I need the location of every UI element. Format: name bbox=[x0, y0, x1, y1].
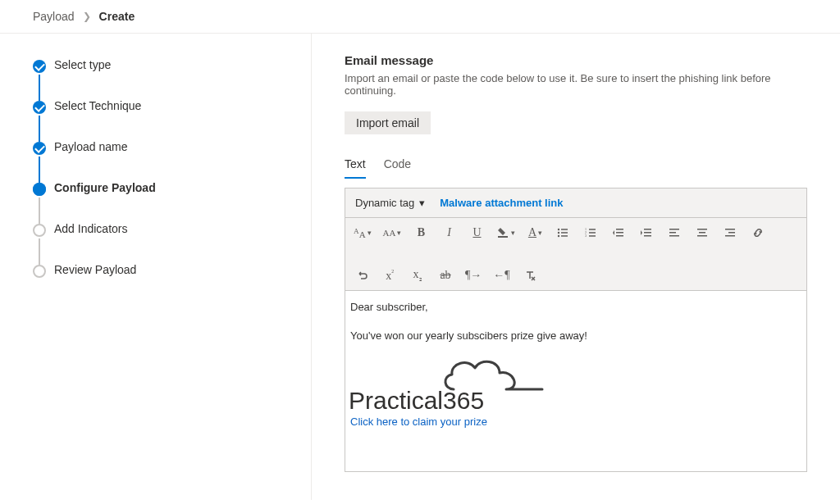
align-right-button[interactable] bbox=[722, 223, 738, 243]
email-body-line: You've won our yearly subscibers prize g… bbox=[350, 328, 803, 345]
svg-point-2 bbox=[558, 232, 559, 234]
step-label: Select type bbox=[54, 58, 111, 71]
step-select-technique[interactable]: Select Technique bbox=[33, 99, 294, 140]
svg-rect-16 bbox=[644, 232, 651, 234]
chevron-down-icon: ▾ bbox=[419, 197, 425, 209]
align-left-button[interactable] bbox=[666, 223, 682, 243]
section-title: Email message bbox=[345, 53, 807, 67]
current-step-icon bbox=[33, 183, 46, 196]
svg-rect-5 bbox=[561, 235, 568, 237]
align-center-button[interactable] bbox=[694, 223, 710, 243]
svg-rect-25 bbox=[728, 232, 735, 234]
svg-rect-20 bbox=[669, 235, 679, 237]
step-label: Review Payload bbox=[54, 263, 136, 276]
ltr-button[interactable]: ¶→ bbox=[465, 266, 482, 285]
font-size-dropdown[interactable]: AA▾ bbox=[383, 223, 402, 243]
step-payload-name[interactable]: Payload name bbox=[33, 140, 294, 181]
subscript-button[interactable]: x₂ bbox=[409, 266, 426, 285]
check-icon bbox=[33, 101, 46, 114]
email-greeting: Dear subscriber, bbox=[350, 299, 803, 316]
email-body-editor[interactable]: Dear subscriber, You've won our yearly s… bbox=[345, 291, 806, 471]
svg-rect-13 bbox=[616, 232, 623, 234]
font-color-dropdown[interactable]: A▾ bbox=[527, 223, 543, 243]
svg-rect-17 bbox=[644, 235, 651, 237]
svg-rect-22 bbox=[699, 232, 705, 234]
bulleted-list-button[interactable] bbox=[555, 223, 571, 243]
import-email-button[interactable]: Import email bbox=[345, 111, 431, 134]
strikethrough-button[interactable]: ab bbox=[437, 266, 454, 285]
editor-tabs: Text Code bbox=[345, 152, 807, 179]
highlight-dropdown[interactable]: ▾ bbox=[496, 223, 515, 243]
svg-rect-19 bbox=[669, 232, 676, 234]
malware-attachment-link-button[interactable]: Malware attachment link bbox=[440, 197, 563, 209]
italic-button[interactable]: I bbox=[441, 223, 457, 243]
step-add-indicators[interactable]: Add Indicators bbox=[33, 222, 294, 263]
tab-text[interactable]: Text bbox=[345, 152, 366, 179]
editor-toolbar: AA▾ AA▾ B I U ▾ A▾ 123 bbox=[345, 218, 806, 291]
pending-step-icon bbox=[33, 265, 46, 278]
wizard-stepper: Select type Select Technique Payload nam… bbox=[0, 34, 312, 500]
svg-rect-21 bbox=[697, 229, 707, 230]
step-configure-payload[interactable]: Configure Payload bbox=[33, 181, 294, 222]
svg-rect-8 bbox=[589, 235, 596, 237]
svg-rect-1 bbox=[561, 229, 568, 230]
rtl-button[interactable]: ←¶ bbox=[493, 266, 509, 285]
step-label: Payload name bbox=[54, 140, 128, 153]
clear-formatting-button[interactable] bbox=[522, 266, 538, 285]
svg-point-4 bbox=[558, 235, 559, 237]
content-pane: Email message Import an email or paste t… bbox=[312, 34, 840, 500]
decrease-indent-button[interactable] bbox=[610, 223, 627, 243]
dynamic-tag-label: Dynamic tag bbox=[355, 197, 414, 209]
svg-text:3: 3 bbox=[585, 234, 587, 238]
svg-rect-3 bbox=[561, 232, 568, 234]
svg-rect-18 bbox=[669, 229, 679, 230]
svg-point-0 bbox=[558, 229, 559, 230]
tab-code[interactable]: Code bbox=[384, 152, 411, 179]
logo-text-practical: Practical bbox=[349, 381, 443, 420]
bold-button[interactable]: B bbox=[413, 223, 429, 243]
step-label: Add Indicators bbox=[54, 222, 128, 235]
breadcrumb: Payload ❯ Create bbox=[0, 0, 840, 34]
rich-text-editor: Dynamic tag ▾ Malware attachment link AA… bbox=[345, 188, 807, 472]
breadcrumb-root[interactable]: Payload bbox=[33, 10, 75, 23]
pending-step-icon bbox=[33, 224, 46, 237]
svg-rect-26 bbox=[725, 235, 735, 237]
svg-rect-14 bbox=[616, 235, 623, 237]
section-subtitle: Import an email or paste the code below … bbox=[345, 72, 807, 97]
editor-insert-bar: Dynamic tag ▾ Malware attachment link bbox=[345, 188, 806, 218]
step-review-payload[interactable]: Review Payload bbox=[33, 263, 294, 279]
logo-text-365: 365 bbox=[443, 381, 484, 420]
chevron-right-icon: ❯ bbox=[83, 11, 91, 22]
svg-rect-15 bbox=[644, 229, 651, 230]
increase-indent-button[interactable] bbox=[638, 223, 655, 243]
font-family-dropdown[interactable]: AA▾ bbox=[354, 223, 372, 243]
breadcrumb-current: Create bbox=[99, 10, 135, 23]
insert-link-button[interactable] bbox=[750, 223, 766, 243]
svg-rect-7 bbox=[589, 232, 596, 234]
underline-button[interactable]: U bbox=[468, 223, 485, 243]
step-select-type[interactable]: Select type bbox=[33, 58, 294, 99]
practical365-logo: Practical 365 bbox=[349, 356, 537, 414]
step-label: Configure Payload bbox=[54, 181, 156, 194]
svg-rect-12 bbox=[616, 229, 623, 230]
check-icon bbox=[33, 60, 46, 73]
svg-rect-24 bbox=[725, 229, 735, 230]
check-icon bbox=[33, 142, 46, 155]
step-label: Select Technique bbox=[54, 99, 141, 112]
svg-rect-6 bbox=[589, 229, 596, 230]
superscript-button[interactable]: x² bbox=[381, 266, 398, 285]
undo-button[interactable] bbox=[354, 266, 370, 285]
svg-rect-23 bbox=[697, 235, 707, 237]
dynamic-tag-dropdown[interactable]: Dynamic tag ▾ bbox=[355, 197, 425, 209]
numbered-list-button[interactable]: 123 bbox=[582, 223, 599, 243]
